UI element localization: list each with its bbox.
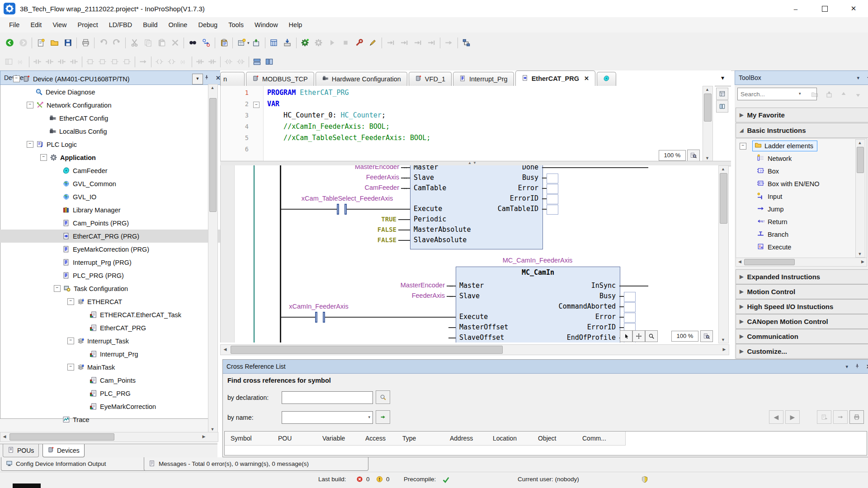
tree-expander-icon[interactable]: −	[67, 298, 74, 305]
insert-jump-icon[interactable]	[137, 56, 149, 68]
step-over-icon[interactable]	[384, 36, 397, 50]
search-dropdown-icon[interactable]: ▾	[799, 91, 801, 96]
dock-tab-devices[interactable]: Devices	[42, 444, 85, 457]
menu-build[interactable]: Build	[137, 19, 163, 31]
run-to-cursor-icon[interactable]	[425, 36, 438, 50]
paste-icon[interactable]	[155, 36, 168, 50]
insert-parallel-contact-icon[interactable]	[43, 56, 56, 68]
section-my-favorite[interactable]: ▶My Favorite	[736, 108, 868, 122]
tree-item-ethercat-ethercat-task[interactable]: ETHERCAT.EtherCAT_Task	[0, 308, 208, 321]
crossref-menu-icon[interactable]: ▾	[846, 364, 849, 370]
toolbox-folder-icon[interactable]	[808, 88, 821, 101]
tree-item-device-am401-cpu1608tp-tn[interactable]: −Device (AM401-CPU1608TP/TN)	[0, 72, 208, 85]
tree-expander-icon[interactable]: −	[67, 364, 74, 371]
minimize-button[interactable]: –	[781, 0, 810, 17]
code-zoom-icon[interactable]	[687, 150, 700, 161]
by-name-combo[interactable]: ▾	[282, 411, 373, 424]
download-icon[interactable]	[281, 36, 294, 50]
open-project-icon[interactable]	[47, 36, 61, 50]
menu-project[interactable]: Project	[72, 19, 104, 31]
zoom-tool-icon[interactable]	[645, 330, 658, 342]
tree-item-camfeeder[interactable]: CamFeeder	[0, 164, 208, 177]
undo-icon[interactable]	[96, 36, 110, 50]
tree-expander-icon[interactable]: −	[27, 102, 33, 108]
tree-item-localbus-config[interactable]: LocalBus Config	[0, 125, 208, 138]
view-ld-icon[interactable]	[251, 56, 263, 68]
toolbox-vscrollbar[interactable]: ▲ ▼	[855, 139, 865, 258]
delete-icon[interactable]	[168, 36, 182, 50]
tree-item-network-configuration[interactable]: −Network Configuration	[0, 99, 208, 112]
tree-expander-icon[interactable]: −	[40, 154, 47, 161]
tree-item-gvl-io[interactable]: GVL_IO	[0, 190, 208, 203]
next-statement-icon[interactable]	[442, 36, 456, 50]
section-communication[interactable]: ▶Communication	[736, 329, 868, 344]
tree-item-interrupt-task[interactable]: −Interrupt_Task	[0, 334, 208, 347]
find-icon[interactable]	[186, 36, 199, 50]
menu-edit[interactable]: Edit	[25, 19, 47, 31]
cut-icon[interactable]	[127, 36, 141, 50]
device-combo-button[interactable]: ▼	[192, 74, 203, 84]
insert-box-icon[interactable]	[84, 56, 96, 68]
stop-icon[interactable]	[339, 36, 353, 50]
tree-item-gvl-common[interactable]: GVL_Common	[0, 177, 208, 190]
ladder-vscrollbar[interactable]: ▲ ▼	[718, 165, 729, 343]
menu-window[interactable]: Window	[249, 19, 283, 31]
code-zoom-level[interactable]: 100 %	[659, 150, 686, 161]
step-out-icon[interactable]	[411, 36, 425, 50]
toolbox-add-icon[interactable]	[822, 88, 836, 101]
column-header-pou[interactable]: POU	[272, 432, 323, 446]
editor-tab-interrupt-prg[interactable]: Interrupt_Prg	[453, 72, 514, 86]
tree-item-ethercat-config[interactable]: EtherCAT Config	[0, 112, 208, 125]
toolbox-item-network[interactable]: Network	[736, 152, 792, 165]
select-tool-icon[interactable]	[620, 330, 632, 342]
menu-debug[interactable]: Debug	[193, 19, 223, 31]
ladder-editor[interactable]: MasterDoneMasterEncoder↔SlaveBusyFeederA…	[220, 165, 729, 343]
toolbox-item-branch[interactable]: Branch	[736, 228, 788, 241]
menu-file[interactable]: File	[4, 19, 25, 31]
set-reset-icon[interactable]: S	[222, 56, 235, 68]
copy-icon[interactable]	[141, 36, 155, 50]
crossref-print-button[interactable]	[849, 410, 864, 424]
tree-item-task-configuration[interactable]: −Task Configuration	[0, 282, 208, 295]
tree-item-cam-points-prg[interactable]: Cam_Points (PRG)	[0, 216, 208, 230]
section-expanded-instructions[interactable]: ▶Expanded Instructions	[736, 269, 868, 284]
menu-view[interactable]: View	[47, 19, 72, 31]
contact-bar-icon[interactable]	[315, 312, 317, 323]
tree-item-plc-logic[interactable]: −PLC Logic	[0, 138, 208, 151]
crossref-pin-icon[interactable]	[854, 363, 860, 370]
update-device-icon[interactable]	[250, 36, 263, 50]
by-declaration-input[interactable]	[282, 391, 373, 404]
toolbox-movedown-icon[interactable]	[851, 88, 865, 101]
replace-icon[interactable]	[199, 36, 213, 50]
contact-bar-icon[interactable]	[337, 204, 339, 215]
code-vscrollbar[interactable]: ▲ ▼	[703, 86, 713, 162]
editor-tab-ethercat-prg[interactable]: EtherCAT_PRG✕	[515, 70, 595, 86]
tree-item-interrupt-prg-prg[interactable]: Interrupt_Prg (PRG)	[0, 256, 208, 269]
maximize-button[interactable]	[810, 0, 839, 17]
tree-item-ethercat-prg[interactable]: EtherCAT_PRG	[0, 321, 208, 334]
step-into-icon[interactable]	[397, 36, 411, 50]
insert-box-eneno-icon[interactable]	[96, 56, 108, 68]
toolbox-item-return[interactable]: RETReturn	[736, 216, 788, 228]
toolbox-pin-icon[interactable]	[866, 75, 868, 81]
editor-tab-vfd-1[interactable]: VFD_1	[409, 72, 452, 86]
tree-expander-icon[interactable]: −	[67, 338, 74, 344]
insert-coil-icon[interactable]	[153, 56, 165, 68]
pan-tool-icon[interactable]	[632, 330, 645, 342]
devices-vscrollbar[interactable]: ▲ ▼	[208, 84, 218, 433]
devices-hscrollbar[interactable]: ◀ ▶	[0, 432, 218, 442]
tree-item-trace[interactable]: Trace	[0, 413, 208, 419]
tree-item-cam-points[interactable]: Cam_Points	[0, 374, 208, 387]
toolbox-item-execute[interactable]: EExecute	[736, 241, 791, 253]
tree-item-eyemarkcorrection[interactable]: EyeMarkCorrection	[0, 400, 208, 413]
toolbox-menu-icon[interactable]: ▾	[857, 75, 859, 81]
tree-item-plc-prg-prg[interactable]: PLC_PRG (PRG)	[0, 269, 208, 282]
dock-tab-config-output[interactable]: Config Device Information Output	[1, 457, 146, 471]
editor-tab-n[interactable]: n	[220, 72, 245, 86]
logout-icon[interactable]	[312, 36, 326, 50]
new-project-icon[interactable]	[34, 36, 47, 50]
tree-item-maintask[interactable]: −MainTask	[0, 361, 208, 374]
toolbox-item-ladder-elements[interactable]: −Ladder elements	[736, 140, 817, 152]
tree-item-library-manager[interactable]: Library Manager	[0, 203, 208, 216]
insert-contact-icon[interactable]	[31, 56, 43, 68]
